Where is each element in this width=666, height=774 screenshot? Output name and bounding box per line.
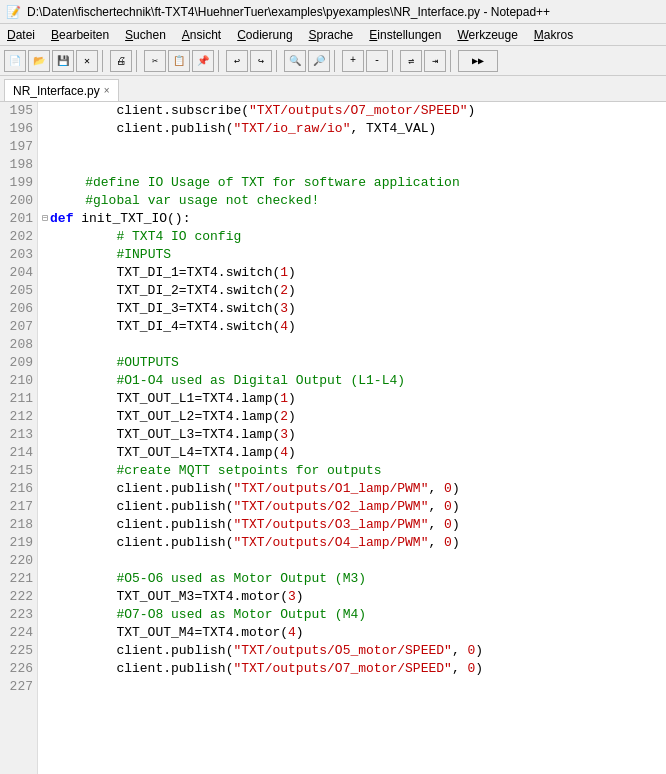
line-number-208: 208 [4, 336, 33, 354]
line-number-213: 213 [4, 426, 33, 444]
token: ) [475, 660, 483, 678]
code-line-215: #create MQTT setpoints for outputs [42, 462, 662, 480]
token [54, 246, 116, 264]
token: init_TXT_IO(): [73, 210, 190, 228]
token: ) [288, 408, 296, 426]
copy-button[interactable]: 📋 [168, 50, 190, 72]
line-number-215: 215 [4, 462, 33, 480]
zoom-in-button[interactable]: + [342, 50, 364, 72]
menu-item-bearbeiten[interactable]: Bearbeiten [48, 28, 112, 42]
token: "TXT/outputs/O2_lamp/PWM" [233, 498, 428, 516]
code-line-216: client.publish("TXT/outputs/O1_lamp/PWM"… [42, 480, 662, 498]
menu-item-datei[interactable]: Datei [4, 28, 38, 42]
token: 0 [444, 516, 452, 534]
token: # TXT4 IO config [116, 228, 241, 246]
print-button[interactable]: 🖨 [110, 50, 132, 72]
token: #O1-O4 used as Digital Output (L1-L4) [116, 372, 405, 390]
zoom-out-button[interactable]: - [366, 50, 388, 72]
menu-item-sprache[interactable]: Sprache [306, 28, 357, 42]
find-button[interactable]: 🔍 [284, 50, 306, 72]
code-line-224: TXT_OUT_M4=TXT4.motor(4) [42, 624, 662, 642]
code-line-199: #define IO Usage of TXT for software app… [42, 174, 662, 192]
menu-bar: DateiBearbeitenSuchenAnsichtCodierungSpr… [0, 24, 666, 46]
token: ) [452, 498, 460, 516]
token: , TXT4_VAL) [350, 120, 436, 138]
token: client.publish( [54, 642, 233, 660]
token: 1 [280, 390, 288, 408]
line-number-198: 198 [4, 156, 33, 174]
menu-item-makros[interactable]: Makros [531, 28, 576, 42]
title-bar: 📝 D:\Daten\fischertechnik\ft-TXT4\Huehne… [0, 0, 666, 24]
code-line-201: ⊟def init_TXT_IO(): [42, 210, 662, 228]
token: client.publish( [54, 534, 233, 552]
sep5 [334, 50, 338, 72]
cut-button[interactable]: ✂ [144, 50, 166, 72]
code-line-196: client.publish("TXT/io_raw/io", TXT4_VAL… [42, 120, 662, 138]
title-text: D:\Daten\fischertechnik\ft-TXT4\HuehnerT… [27, 5, 550, 19]
line-number-211: 211 [4, 390, 33, 408]
code-line-227 [42, 678, 662, 696]
token: ) [296, 624, 304, 642]
token: TXT_OUT_L1=TXT4.lamp( [54, 390, 280, 408]
menu-item-suchen[interactable]: Suchen [122, 28, 169, 42]
token: "TXT/outputs/O3_lamp/PWM" [233, 516, 428, 534]
line-number-207: 207 [4, 318, 33, 336]
code-line-225: client.publish("TXT/outputs/O5_motor/SPE… [42, 642, 662, 660]
token: ) [296, 588, 304, 606]
new-button[interactable]: 📄 [4, 50, 26, 72]
line-number-216: 216 [4, 480, 33, 498]
token: #INPUTS [116, 246, 171, 264]
code-line-198 [42, 156, 662, 174]
file-tab[interactable]: NR_Interface.py × [4, 79, 119, 101]
token: "TXT/outputs/O5_motor/SPEED" [233, 642, 451, 660]
token: client.subscribe( [54, 102, 249, 120]
redo-button[interactable]: ↪ [250, 50, 272, 72]
code-line-222: TXT_OUT_M3=TXT4.motor(3) [42, 588, 662, 606]
token: TXT_OUT_L4=TXT4.lamp( [54, 444, 280, 462]
token: ) [452, 534, 460, 552]
code-line-195: client.subscribe("TXT/outputs/O7_motor/S… [42, 102, 662, 120]
token [54, 174, 85, 192]
token: TXT_OUT_L3=TXT4.lamp( [54, 426, 280, 444]
token: , [428, 480, 444, 498]
menu-item-werkzeuge[interactable]: Werkzeuge [454, 28, 520, 42]
indent-button[interactable]: ⇥ [424, 50, 446, 72]
code-line-214: TXT_OUT_L4=TXT4.lamp(4) [42, 444, 662, 462]
code-content[interactable]: client.subscribe("TXT/outputs/O7_motor/S… [38, 102, 666, 774]
token [54, 354, 116, 372]
token: ) [475, 642, 483, 660]
token: #define IO Usage of TXT for software app… [85, 174, 459, 192]
sep1 [102, 50, 106, 72]
open-button[interactable]: 📂 [28, 50, 50, 72]
undo-button[interactable]: ↩ [226, 50, 248, 72]
token [54, 228, 116, 246]
code-line-203: #INPUTS [42, 246, 662, 264]
save-button[interactable]: 💾 [52, 50, 74, 72]
token: 1 [280, 264, 288, 282]
token: "TXT/outputs/O4_lamp/PWM" [233, 534, 428, 552]
token: client.publish( [54, 480, 233, 498]
wrap-button[interactable]: ⇌ [400, 50, 422, 72]
menu-item-codierung[interactable]: Codierung [234, 28, 295, 42]
line-number-219: 219 [4, 534, 33, 552]
code-line-226: client.publish("TXT/outputs/O7_motor/SPE… [42, 660, 662, 678]
macro-button[interactable]: ▶▶ [458, 50, 498, 72]
sep7 [450, 50, 454, 72]
token: , [428, 534, 444, 552]
code-line-204: TXT_DI_1=TXT4.switch(1) [42, 264, 662, 282]
menu-item-einstellungen[interactable]: Einstellungen [366, 28, 444, 42]
token: 4 [280, 318, 288, 336]
token: , [428, 498, 444, 516]
close-button[interactable]: ✕ [76, 50, 98, 72]
token: , [428, 516, 444, 534]
sep2 [136, 50, 140, 72]
paste-button[interactable]: 📌 [192, 50, 214, 72]
find-replace-button[interactable]: 🔎 [308, 50, 330, 72]
token: #create MQTT setpoints for outputs [116, 462, 381, 480]
menu-item-ansicht[interactable]: Ansicht [179, 28, 224, 42]
line-number-206: 206 [4, 300, 33, 318]
line-number-226: 226 [4, 660, 33, 678]
tab-close-button[interactable]: × [104, 85, 110, 96]
collapse-icon-201[interactable]: ⊟ [42, 210, 48, 228]
token: 0 [467, 642, 475, 660]
